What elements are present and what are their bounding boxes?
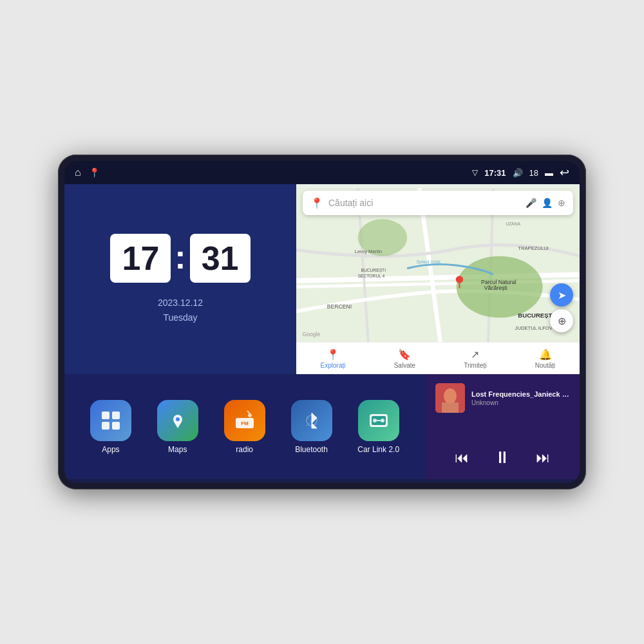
account-icon[interactable]: 👤 [542,198,553,208]
app-item-apps[interactable]: Apps [90,400,131,454]
music-info: Lost Frequencies_Janieck Devy-... Unknow… [435,383,569,413]
app-item-maps[interactable]: Maps [157,400,198,454]
date-display: 2023.12.12 Tuesday [158,296,203,325]
svg-text:BUCUREȘTI: BUCUREȘTI [361,268,386,273]
status-bar: ⌂ 📍 ▽ 17:31 🔊 18 ▬ ↩ [64,161,580,184]
map-search-placeholder[interactable]: Căutați aici [328,198,520,208]
time-display: 17:31 [484,168,506,178]
svg-text:JUDEȚUL ILFOV: JUDEȚUL ILFOV [515,325,553,331]
maps-label: Maps [168,445,187,454]
status-right-info: ▽ 17:31 🔊 18 ▬ ↩ [472,166,569,180]
music-controls: ⏮ ⏸ ⏭ [435,445,569,470]
main-content: 17 : 31 2023.12.12 Tuesday [64,184,580,483]
app-item-carlink[interactable]: Car Link 2.0 [357,400,399,454]
bottom-section: Apps Maps [64,374,580,479]
music-section: Lost Frequencies_Janieck Devy-... Unknow… [425,374,580,479]
map-nav-share[interactable]: ↗ Trimiteți [464,348,486,369]
status-left-icons: ⌂ 📍 [75,167,100,178]
svg-text:UZANA: UZANA [506,222,520,226]
svg-rect-23 [112,412,120,419]
map-search-bar[interactable]: 📍 Căutați aici 🎤 👤 ⊕ [303,191,573,215]
saved-icon: 🔖 [398,348,411,361]
svg-text:Parcul Natural: Parcul Natural [481,279,516,285]
back-icon[interactable]: ↩ [560,166,569,180]
carlink-icon [358,400,399,441]
apps-section: Apps Maps [64,374,425,479]
svg-rect-25 [112,422,120,430]
play-pause-button[interactable]: ⏸ [491,445,513,470]
compass-button[interactable]: ⊕ [550,309,573,332]
car-display-device: ⌂ 📍 ▽ 17:31 🔊 18 ▬ ↩ 17 : [58,155,586,489]
next-button[interactable]: ⏭ [533,447,553,469]
map-pin-icon: 📍 [310,197,323,209]
voice-search-icon[interactable]: 🎤 [526,198,536,208]
radio-icon: FM [224,400,265,441]
svg-marker-27 [174,422,182,428]
prev-button[interactable]: ⏮ [452,447,471,469]
svg-text:BERCENI: BERCENI [327,303,352,310]
top-section: 17 : 31 2023.12.12 Tuesday [64,184,580,374]
layers-icon[interactable]: ⊕ [558,198,565,208]
map-nav-news[interactable]: 🔔 Noutăți [535,348,556,369]
home-icon[interactable]: ⌂ [75,167,81,178]
svg-point-31 [248,413,252,417]
svg-text:Văcărești: Văcărești [484,285,507,291]
map-nav-explore[interactable]: 📍 Explorați [321,348,346,369]
explore-icon: 📍 [327,348,339,361]
carlink-label: Car Link 2.0 [357,445,399,454]
maps-status-icon[interactable]: 📍 [89,167,100,178]
battery-level: 18 [529,168,538,178]
svg-rect-22 [102,412,109,419]
explore-label: Explorați [321,362,346,369]
svg-text:Splaiul Unirii: Splaiul Unirii [417,260,441,265]
clock-separator: : [175,238,185,276]
app-item-bluetooth[interactable]: Bluetooth [291,400,332,454]
music-title: Lost Frequencies_Janieck Devy-... [471,390,569,398]
thumbnail-image [435,383,465,413]
apps-label: Apps [102,445,119,454]
svg-text:Leroy Merlin: Leroy Merlin [355,249,382,254]
news-icon: 🔔 [539,348,552,361]
svg-text:SECTORUL 4: SECTORUL 4 [358,274,385,278]
apps-icon [90,400,131,441]
day-value: Tuesday [158,310,203,325]
music-details: Lost Frequencies_Janieck Devy-... Unknow… [471,390,569,406]
music-thumbnail [435,383,465,413]
svg-point-41 [381,419,384,422]
svg-point-40 [373,419,377,422]
svg-text:Google: Google [303,331,321,337]
svg-point-20 [456,276,463,283]
svg-point-44 [444,388,457,404]
svg-text:TRAPEZULUI: TRAPEZULUI [518,245,549,251]
svg-point-28 [176,417,180,421]
svg-rect-24 [102,422,109,430]
map-bottom-nav: 📍 Explorați 🔖 Salvate ↗ Trimiteți 🔔 [296,342,580,374]
radio-label: radio [236,445,253,454]
map-panel[interactable]: Parcul Natural Văcărești Leroy Merlin BU… [296,184,580,374]
device-screen: ⌂ 📍 ▽ 17:31 🔊 18 ▬ ↩ 17 : [64,161,580,483]
app-item-radio[interactable]: FM radio [224,400,265,454]
music-artist: Unknown [471,399,569,406]
svg-text:FM: FM [241,421,249,426]
maps-app-icon [157,400,198,441]
saved-label: Salvate [394,362,415,369]
map-nav-saved[interactable]: 🔖 Salvate [394,348,415,369]
bluetooth-label: Bluetooth [295,445,328,454]
wifi-icon: ▽ [472,168,478,177]
svg-line-32 [247,411,250,413]
clock-panel: 17 : 31 2023.12.12 Tuesday [64,184,296,374]
clock-hours: 17 [110,234,171,283]
svg-rect-45 [442,402,459,413]
battery-icon: ▬ [545,168,553,178]
share-icon: ↗ [471,348,479,361]
clock-minutes: 31 [190,234,251,283]
share-label: Trimiteți [464,362,486,369]
compass-icon: ⊕ [558,315,566,327]
volume-icon[interactable]: 🔊 [513,168,523,178]
news-label: Noutăți [535,362,556,369]
nav-arrow-icon: ➤ [558,289,566,301]
bluetooth-icon [291,400,332,441]
clock-display: 17 : 31 [110,234,250,283]
navigation-button[interactable]: ➤ [550,283,573,307]
map-search-actions: 🎤 👤 ⊕ [526,198,565,208]
